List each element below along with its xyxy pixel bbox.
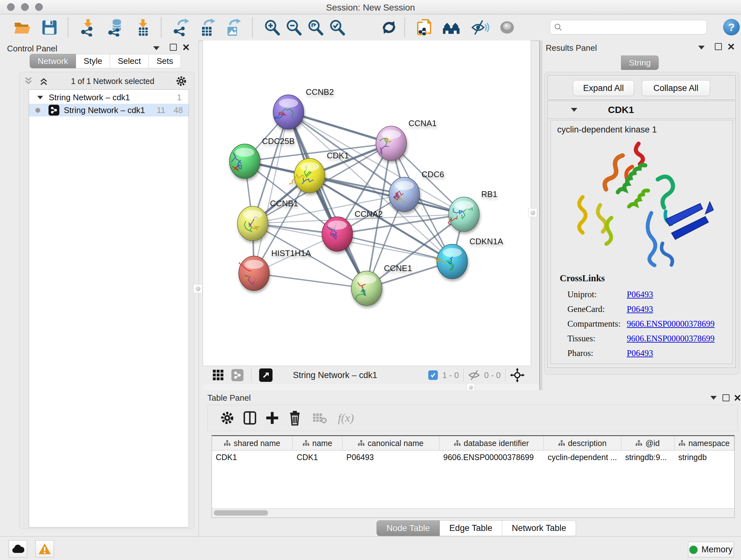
gene-card-header[interactable]: CDK1 [548, 101, 735, 119]
export-image-button[interactable] [223, 18, 242, 37]
export-network-button[interactable] [172, 18, 190, 37]
table-cell[interactable]: CDK1 [212, 450, 293, 464]
scrollbar-thumb[interactable] [214, 510, 268, 516]
network-graph[interactable]: CCNB2CCNA1CDC25BCDK1CDC6RB1CCNB1CCNA2CDK… [203, 41, 531, 366]
crosslink-uniprot-link[interactable]: P06493 [627, 287, 653, 302]
open-session-button[interactable] [13, 18, 31, 37]
panel-float-icon[interactable] [711, 396, 717, 400]
column-header-description[interactable]: description [544, 436, 621, 450]
panel-maximize-icon[interactable] [723, 394, 730, 401]
column-header-shared-name[interactable]: shared name [212, 436, 293, 450]
cloud-status-button[interactable] [9, 540, 27, 557]
table-cell[interactable]: stringdb [675, 450, 734, 464]
detach-view-icon[interactable] [259, 368, 273, 382]
tab-string[interactable]: String [621, 56, 659, 70]
column-header-canonical-name[interactable]: canonical name [342, 436, 440, 450]
delete-column-icon[interactable] [288, 410, 301, 426]
crosslink-genecard-link[interactable]: P06493 [627, 302, 653, 316]
grid-view-icon[interactable] [212, 369, 224, 381]
tab-node-table[interactable]: Node Table [377, 520, 440, 536]
import-table-file-button[interactable] [134, 18, 152, 37]
gene-collapse-caret-icon[interactable] [571, 108, 577, 112]
panel-maximize-icon[interactable] [170, 44, 177, 51]
crosslink-compartments-link[interactable]: 9606.ENSP00000378699 [627, 316, 715, 331]
table-cell[interactable]: stringdb:9... [621, 450, 675, 464]
fit-content-crosshair-icon[interactable] [510, 368, 525, 382]
panel-float-icon[interactable] [698, 46, 704, 50]
help-button[interactable]: ? [723, 19, 740, 36]
tab-edge-table[interactable]: Edge Table [440, 520, 502, 536]
memory-button[interactable]: Memory [688, 542, 734, 557]
right-splitter[interactable] [539, 41, 542, 390]
network-node-cdc25b[interactable]: CDC25B [229, 136, 295, 179]
hidden-eye-icon[interactable] [468, 370, 481, 381]
node-label: CCNA1 [408, 118, 436, 128]
column-header-name[interactable]: name [293, 436, 342, 450]
tab-network[interactable]: Network [30, 54, 76, 68]
left-splitter-handle[interactable] [193, 284, 202, 293]
panel-close-icon[interactable] [728, 43, 735, 50]
network-node-cdk1[interactable]: CDK1 [289, 151, 349, 193]
panel-maximize-icon[interactable] [715, 43, 722, 50]
column-header-database-identifier[interactable]: database identifier [440, 436, 544, 450]
network-node-rb1[interactable]: RB1 [448, 189, 497, 232]
tab-select[interactable]: Select [110, 54, 149, 68]
table-horizontal-scrollbar[interactable] [212, 508, 734, 517]
show-graphics-details-button[interactable] [471, 18, 489, 37]
network-tree-row-selected[interactable]: String Network – cdk1 11 48 [29, 104, 189, 117]
network-node-hist1h1a[interactable]: HIST1H1A [239, 248, 311, 291]
collapse-all-icon[interactable] [23, 76, 35, 86]
table-row[interactable]: CDK1CDK1P064939606.ENSP00000378699cyclin… [212, 450, 734, 464]
network-node-ccnb1[interactable]: CCNB1 [238, 199, 298, 241]
warnings-button[interactable] [36, 540, 54, 557]
export-table-button[interactable] [198, 18, 216, 37]
string-view-icon[interactable] [231, 369, 244, 381]
import-network-database-button[interactable] [107, 18, 125, 37]
network-edge[interactable] [288, 112, 391, 143]
network-tree-root-row[interactable]: String Network – cdk1 1 [29, 91, 189, 104]
delete-table-icon[interactable] [313, 412, 327, 424]
table-cell[interactable]: P06493 [342, 450, 440, 464]
show-columns-icon[interactable] [243, 411, 257, 425]
string-import-button[interactable] [415, 18, 433, 37]
zoom-fit-button[interactable] [307, 18, 325, 37]
add-column-icon[interactable] [265, 411, 279, 425]
table-cell[interactable]: CDK1 [293, 450, 342, 464]
expand-all-icon[interactable] [39, 76, 50, 86]
selected-checkbox-icon[interactable] [428, 370, 438, 380]
string-home-button[interactable] [442, 18, 461, 37]
collapse-all-button[interactable]: Collapse All [642, 80, 710, 96]
gear-icon[interactable] [176, 75, 187, 87]
crosslink-pharos-link[interactable]: P06493 [627, 346, 653, 361]
zoom-selected-button[interactable] [328, 18, 347, 37]
table-cell[interactable]: cyclin-dependent ... [544, 450, 621, 464]
search-input[interactable] [562, 22, 697, 32]
panel-close-icon[interactable] [183, 44, 190, 51]
tab-network-table[interactable]: Network Table [502, 520, 576, 536]
network-node-cdkn1a[interactable]: CDKN1A [434, 237, 503, 279]
refresh-view-button[interactable] [380, 18, 398, 37]
network-edge[interactable] [254, 273, 367, 288]
table-gear-icon[interactable] [220, 411, 234, 425]
zoom-in-button[interactable] [263, 18, 281, 37]
panel-close-icon[interactable] [734, 394, 741, 401]
column-header--id[interactable]: @id [621, 436, 675, 450]
tree-collapse-caret-icon[interactable] [37, 96, 43, 99]
network-node-ccna1[interactable]: CCNA1 [376, 118, 436, 161]
tab-sets[interactable]: Sets [149, 54, 181, 68]
right-splitter-handle[interactable] [528, 208, 537, 217]
birds-eye-view-button[interactable] [498, 18, 516, 37]
save-session-button[interactable] [40, 18, 59, 37]
network-edge[interactable] [288, 112, 367, 288]
table-cell[interactable]: 9606.ENSP00000378699 [440, 450, 544, 464]
tab-style[interactable]: Style [76, 54, 110, 68]
expand-all-button[interactable]: Expand All [573, 80, 634, 96]
network-canvas[interactable]: CCNB2CCNA1CDC25BCDK1CDC6RB1CCNB1CCNA2CDK… [203, 41, 531, 366]
fx-equation-icon[interactable]: f(x) [338, 411, 354, 425]
column-header-namespace[interactable]: namespace [675, 436, 734, 450]
crosslink-tissues-link[interactable]: 9606.ENSP00000378699 [627, 331, 715, 346]
panel-float-icon[interactable] [153, 46, 159, 50]
network-node-ccne1[interactable]: CCNE1 [351, 263, 412, 306]
import-network-file-button[interactable] [79, 18, 98, 37]
zoom-out-button[interactable] [285, 18, 303, 37]
